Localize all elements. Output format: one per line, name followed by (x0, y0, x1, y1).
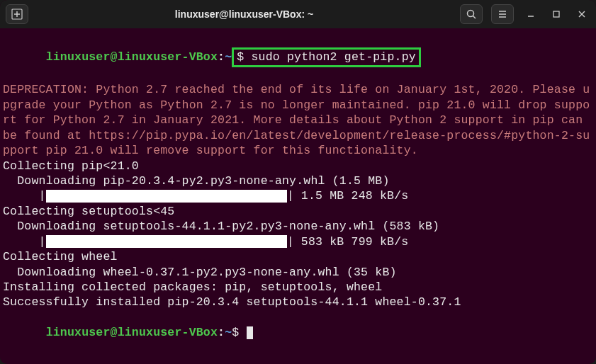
progress-bar (46, 190, 287, 203)
svg-point-3 (468, 11, 474, 17)
output-line: Successfully installed pip-20.3.4 setupt… (3, 295, 593, 309)
deprecation-warning: DEPRECATION: Python 2.7 reached the end … (3, 82, 593, 158)
progress-line: || 1.5 MB 248 kB/s (3, 188, 593, 203)
prompt-userhost: linuxuser@linuxuser-VBox (46, 326, 218, 339)
close-icon (576, 8, 587, 20)
plus-icon (11, 8, 23, 20)
output-line: Downloading wheel-0.37.1-py2.py3-none-an… (3, 265, 593, 280)
prompt-path: ~ (225, 326, 232, 339)
new-tab-button[interactable] (6, 4, 28, 24)
minimize-icon (525, 8, 536, 20)
menu-button[interactable] (491, 4, 514, 24)
prompt-colon: : (218, 50, 225, 64)
prompt-userhost: linuxuser@linuxuser-VBox (46, 50, 218, 64)
progress-stats: | 583 kB 799 kB/s (287, 234, 409, 249)
search-button[interactable] (460, 4, 483, 24)
progress-stats: | 1.5 MB 248 kB/s (287, 188, 409, 203)
progress-line: || 583 kB 799 kB/s (3, 234, 593, 249)
prompt-colon: : (218, 326, 225, 339)
command-highlight: $ sudo python2 get-pip.py (232, 47, 421, 67)
terminal-window: linuxuser@linuxuser-VBox: ~ linuxuser@li… (0, 0, 596, 364)
svg-rect-9 (553, 11, 559, 17)
prompt-line-2: linuxuser@linuxuser-VBox:~$ (3, 310, 593, 356)
cursor (247, 326, 253, 339)
output-line: Collecting pip<21.0 (3, 159, 593, 174)
minimize-button[interactable] (522, 6, 539, 23)
svg-line-4 (473, 16, 476, 19)
titlebar: linuxuser@linuxuser-VBox: ~ (0, 0, 596, 28)
output-line: Collecting wheel (3, 249, 593, 264)
prompt-line-1: linuxuser@linuxuser-VBox:~$ sudo python2… (3, 33, 593, 82)
output-line: Installing collected packages: pip, setu… (3, 280, 593, 295)
prompt-path: ~ (225, 50, 232, 64)
maximize-icon (551, 8, 562, 20)
output-line: Downloading setuptools-44.1.1-py2.py3-no… (3, 219, 593, 234)
close-button[interactable] (573, 6, 590, 23)
output-line: Collecting setuptools<45 (3, 204, 593, 219)
window-title: linuxuser@linuxuser-VBox: ~ (34, 8, 454, 20)
progress-bar (46, 235, 287, 248)
maximize-button[interactable] (548, 6, 565, 23)
output-line: Downloading pip-20.3.4-py2.py3-none-any.… (3, 174, 593, 188)
terminal-body[interactable]: linuxuser@linuxuser-VBox:~$ sudo python2… (0, 28, 596, 364)
search-icon (466, 8, 477, 20)
hamburger-icon (497, 8, 508, 20)
prompt-symbol: $ (232, 326, 239, 339)
